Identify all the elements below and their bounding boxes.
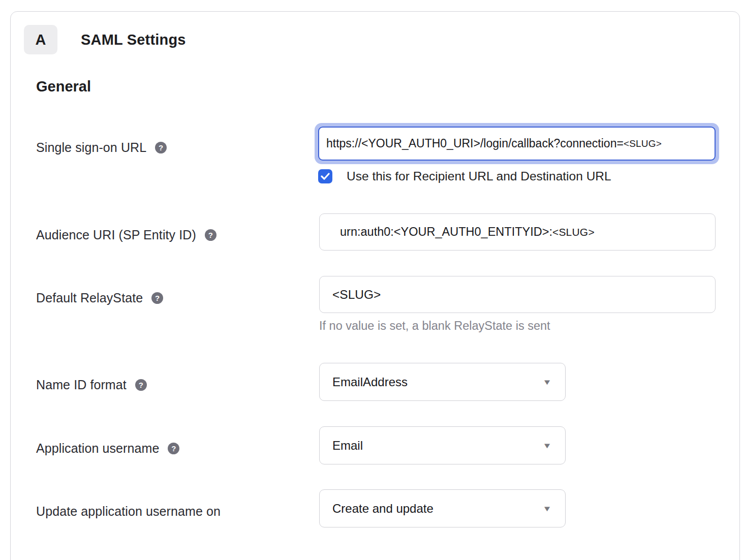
audience-uri-value-slug: <SLUG>	[552, 226, 595, 238]
checkmark-icon	[321, 173, 330, 180]
audience-uri-value: urn:auth0:<YOUR_AUTH0_ENTITYID>:	[340, 225, 552, 239]
sso-url-value: https://<YOUR_AUTH0_URI>/login/callback?…	[326, 137, 624, 150]
help-icon[interactable]: ?	[135, 379, 147, 391]
app-username-dropdown[interactable]: Email ▼	[319, 426, 566, 464]
app-username-label-text: Application username	[36, 441, 159, 456]
name-id-format-label-text: Name ID format	[36, 378, 127, 392]
relay-state-value: <SLUG>	[332, 288, 381, 302]
step-badge-letter: A	[36, 32, 46, 48]
relay-state-input[interactable]: <SLUG>	[319, 276, 716, 313]
help-icon[interactable]: ?	[205, 229, 216, 241]
app-username-label: Application username ?	[36, 441, 179, 456]
update-app-username-dropdown[interactable]: Create and update ▼	[319, 489, 566, 527]
card-header: A SAML Settings	[24, 25, 186, 54]
section-title-general: General	[36, 78, 91, 95]
relay-state-helper-text: If no value is set, a blank RelayState i…	[319, 319, 550, 333]
recipient-url-checkbox-row: Use this for Recipient URL and Destinati…	[318, 169, 611, 183]
page-title: SAML Settings	[81, 32, 186, 48]
update-app-username-label: Update application username on	[36, 504, 221, 519]
recipient-url-checkbox-label: Use this for Recipient URL and Destinati…	[347, 169, 611, 183]
audience-uri-label-text: Audience URI (SP Entity ID)	[36, 228, 196, 242]
help-icon[interactable]: ?	[168, 443, 179, 454]
relay-state-label: Default RelayState ?	[36, 291, 163, 305]
sso-url-focus-ring: https://<YOUR_AUTH0_URI>/login/callback?…	[315, 123, 719, 164]
relay-state-label-text: Default RelayState	[36, 291, 143, 305]
sso-url-label-text: Single sign-on URL	[36, 140, 146, 155]
help-icon[interactable]: ?	[151, 292, 163, 304]
dropdown-caret-icon: ▼	[542, 441, 552, 450]
update-app-username-value: Create and update	[332, 502, 434, 516]
dropdown-caret-icon: ▼	[542, 378, 552, 386]
update-app-username-label-text: Update application username on	[36, 504, 221, 519]
sso-url-label: Single sign-on URL ?	[36, 140, 167, 155]
audience-uri-label: Audience URI (SP Entity ID) ?	[36, 228, 216, 242]
sso-url-value-slug: <SLUG>	[624, 138, 662, 149]
name-id-format-dropdown[interactable]: EmailAddress ▼	[319, 363, 566, 401]
name-id-format-label: Name ID format ?	[36, 378, 147, 392]
recipient-url-checkbox[interactable]	[318, 169, 332, 183]
app-username-value: Email	[332, 439, 363, 453]
step-badge: A	[24, 25, 57, 54]
audience-uri-input[interactable]: urn:auth0:<YOUR_AUTH0_ENTITYID>:<SLUG>	[319, 213, 716, 251]
saml-settings-card: A SAML Settings General Single sign-on U…	[10, 11, 740, 560]
name-id-format-value: EmailAddress	[332, 375, 408, 389]
help-icon[interactable]: ?	[155, 142, 167, 153]
dropdown-caret-icon: ▼	[542, 504, 552, 513]
sso-url-input[interactable]: https://<YOUR_AUTH0_URI>/login/callback?…	[318, 127, 716, 161]
